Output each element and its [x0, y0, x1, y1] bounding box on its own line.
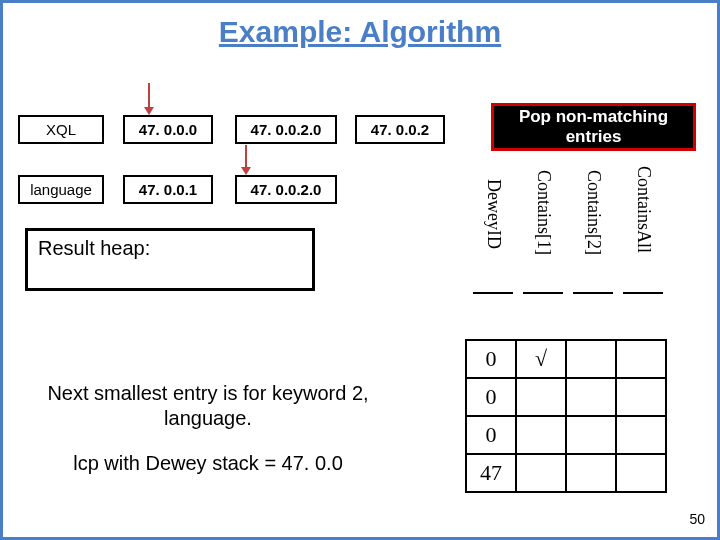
cell: 0	[466, 340, 516, 378]
cell: √	[516, 340, 566, 378]
cell	[566, 340, 616, 378]
row2-col0: language	[18, 175, 104, 204]
cell	[516, 454, 566, 492]
caption-next-smallest: Next smallest entry is for keyword 2, la…	[43, 381, 373, 431]
header-underline	[473, 292, 513, 294]
cell	[566, 454, 616, 492]
cell	[616, 416, 666, 454]
cell: 0	[466, 416, 516, 454]
cell: 47	[466, 454, 516, 492]
row1-col2: 47. 0.0.2.0	[235, 115, 337, 144]
slide-title: Example: Algorithm	[3, 15, 717, 49]
header-contains1: Contains[1]	[533, 170, 554, 255]
row2-col1: 47. 0.0.1	[123, 175, 213, 204]
page-number: 50	[689, 511, 705, 527]
table-row: 0	[466, 378, 666, 416]
cell: 0	[466, 378, 516, 416]
cell	[566, 416, 616, 454]
header-underline	[573, 292, 613, 294]
caption-lcp: lcp with Dewey stack = 47. 0.0	[43, 451, 373, 476]
arrow-down-icon	[148, 83, 150, 109]
row1-col1: 47. 0.0.0	[123, 115, 213, 144]
cell	[516, 378, 566, 416]
cell	[516, 416, 566, 454]
table-row: 0	[466, 416, 666, 454]
row2-col2: 47. 0.0.2.0	[235, 175, 337, 204]
result-heap-label: Result heap:	[38, 237, 150, 260]
cell	[616, 340, 666, 378]
arrow-down-icon	[245, 145, 247, 169]
cell	[566, 378, 616, 416]
row1-col3: 47. 0.0.2	[355, 115, 445, 144]
pop-callout: Pop non-matching entries	[491, 103, 696, 151]
table-row: 47	[466, 454, 666, 492]
table-row: 0 √	[466, 340, 666, 378]
header-contains2: Contains[2]	[583, 170, 604, 255]
cell	[616, 378, 666, 416]
dewey-table: 0 √ 0 0 47	[465, 339, 667, 493]
row1-col0: XQL	[18, 115, 104, 144]
result-heap-box: Result heap:	[25, 228, 315, 291]
header-underline	[523, 292, 563, 294]
cell	[616, 454, 666, 492]
header-underline	[623, 292, 663, 294]
header-containsall: ContainsAll	[633, 166, 654, 253]
header-deweyid: DeweyID	[483, 179, 504, 249]
